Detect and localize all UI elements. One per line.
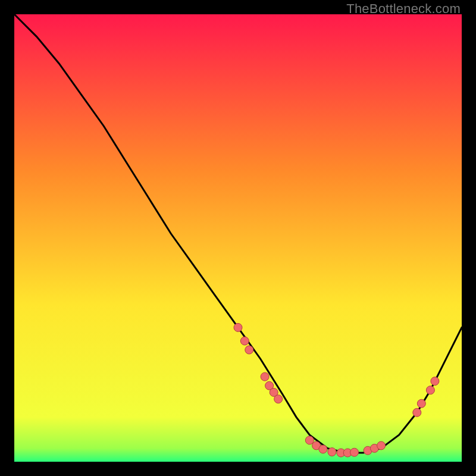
data-point [234,323,242,331]
gradient-background [14,14,462,462]
data-point [350,448,359,456]
data-point [413,408,421,416]
data-point [319,445,327,453]
data-point [240,337,249,345]
data-point [417,399,425,408]
bottleneck-chart [14,14,462,462]
data-point [426,386,434,394]
data-point [274,395,283,403]
data-point [328,448,336,456]
data-point [377,441,386,450]
chart-frame [14,14,462,462]
data-point [261,372,269,381]
data-point [245,346,253,354]
data-point [305,436,314,444]
data-point [431,377,439,386]
